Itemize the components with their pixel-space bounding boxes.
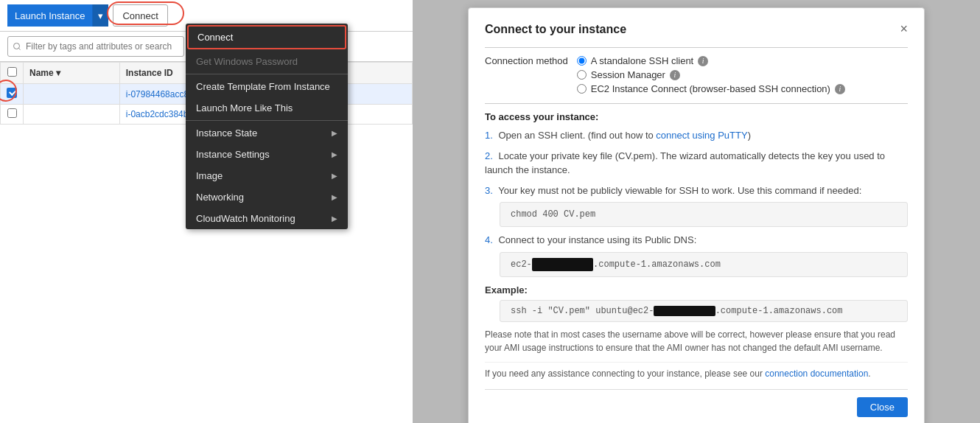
access-steps: 1. Open an SSH client. (find out how to …: [485, 128, 908, 277]
context-menu-image[interactable]: Image ▶: [186, 165, 348, 186]
context-menu-cloudwatch-label: CloudWatch Monitoring: [196, 213, 295, 224]
context-menu-launch-more[interactable]: Launch More Like This: [186, 97, 348, 119]
context-menu-instance-state[interactable]: Instance State ▶: [186, 122, 348, 144]
context-menu-get-windows-password: Get Windows Password: [186, 51, 348, 72]
context-menu-instance-state-label: Instance State: [196, 127, 257, 139]
submenu-arrow-icon: ▶: [332, 172, 337, 180]
step-1: 1. Open an SSH client. (find out how to …: [485, 128, 908, 143]
page-wrapper: Launch Instance ▾ Connect Name ▾: [0, 0, 980, 423]
step-4: 4. Connect to your instance using its Pu…: [485, 233, 908, 277]
radio-options: A standalone SSH client i Session Manage…: [577, 55, 845, 94]
example-label: Example:: [485, 284, 908, 296]
radio-session-manager[interactable]: Session Manager i: [577, 69, 845, 80]
connect-modal: Connect to your instance × Connection me…: [468, 7, 925, 423]
radio-ec2-connect[interactable]: EC2 Instance Connect (browser-based SSH …: [577, 83, 845, 94]
modal-close-button[interactable]: ×: [900, 21, 908, 37]
connection-docs-link[interactable]: connection documentation: [765, 368, 868, 379]
select-all-header[interactable]: [1, 63, 24, 84]
context-menu-connect-label: Connect: [197, 32, 233, 43]
context-menu-image-label: Image: [196, 170, 223, 181]
ec2-connect-info-icon[interactable]: i: [835, 84, 845, 94]
submenu-arrow-icon: ▶: [332, 214, 337, 223]
row-checkbox[interactable]: [7, 108, 17, 118]
context-menu-cloudwatch[interactable]: CloudWatch Monitoring ▶: [186, 208, 348, 229]
session-manager-info-icon[interactable]: i: [670, 70, 680, 80]
dns-command: ec2- .compute-1.amazonaws.com: [500, 252, 908, 277]
launch-instance-button[interactable]: Launch Instance: [7, 4, 92, 27]
modal-footer: Close: [485, 389, 908, 417]
filter-input[interactable]: [7, 36, 184, 57]
step-2: 2. Locate your private key file (CV.pem)…: [485, 149, 908, 178]
select-all-checkbox[interactable]: [7, 67, 17, 77]
modal-close-btn[interactable]: Close: [857, 397, 908, 417]
context-menu: Connect Get Windows Password Create Temp…: [186, 24, 348, 229]
connection-method-section: Connection method A standalone SSH clien…: [485, 55, 908, 94]
context-menu-sep2: [186, 120, 348, 121]
context-menu-networking-label: Networking: [196, 192, 244, 203]
putty-link[interactable]: connect using PuTTY: [656, 130, 747, 141]
ssh-example-command: ssh -i "CV.pem" ubuntu@ec2- .compute-1.a…: [500, 300, 908, 322]
right-panel: Connect to your instance × Connection me…: [413, 0, 980, 423]
radio-ssh-client[interactable]: A standalone SSH client i: [577, 55, 845, 66]
assistance-text: If you need any assistance connecting to…: [485, 362, 908, 379]
col-name: Name ▾: [24, 63, 120, 84]
dns-redacted: [532, 258, 593, 271]
context-menu-instance-settings[interactable]: Instance Settings ▶: [186, 144, 348, 165]
ssh-redacted: [654, 306, 715, 316]
launch-instance-dropdown[interactable]: ▾: [92, 4, 108, 27]
cell-name: [24, 105, 120, 125]
left-panel: Launch Instance ▾ Connect Name ▾: [0, 0, 413, 423]
context-menu-networking[interactable]: Networking ▶: [186, 186, 348, 208]
radio-ec2-connect-input[interactable]: [577, 84, 587, 94]
submenu-arrow-icon: ▶: [332, 150, 337, 158]
step-4-num: 4.: [485, 234, 493, 245]
modal-divider-mid: [485, 103, 908, 104]
connection-method-label: Connection method: [485, 55, 568, 66]
modal-title: Connect to your instance: [485, 23, 626, 36]
context-menu-launch-more-label: Launch More Like This: [196, 102, 293, 113]
context-menu-create-template[interactable]: Create Template From Instance: [186, 76, 348, 97]
cell-name: [24, 84, 120, 105]
row-checkbox-selected[interactable]: [7, 88, 17, 98]
submenu-arrow-icon: ▶: [332, 129, 337, 137]
connect-button[interactable]: Connect: [113, 4, 167, 27]
context-menu-create-template-label: Create Template From Instance: [196, 81, 330, 92]
radio-session-manager-label: Session Manager: [591, 69, 665, 80]
radio-ssh-client-input[interactable]: [577, 56, 587, 66]
chmod-command: chmod 400 CV.pem: [500, 202, 908, 227]
context-menu-get-windows-label: Get Windows Password: [196, 56, 298, 67]
note-text: Please note that in most cases the usern…: [485, 328, 908, 354]
modal-header: Connect to your instance ×: [485, 21, 908, 37]
radio-ec2-connect-label: EC2 Instance Connect (browser-based SSH …: [591, 83, 830, 94]
radio-ssh-client-label: A standalone SSH client: [591, 55, 693, 66]
context-menu-instance-settings-label: Instance Settings: [196, 149, 270, 160]
step-1-num: 1.: [485, 130, 493, 141]
ssh-info-icon[interactable]: i: [698, 56, 708, 66]
context-menu-connect[interactable]: Connect: [187, 25, 346, 49]
modal-divider-top: [485, 47, 908, 48]
step-2-num: 2.: [485, 150, 493, 161]
access-title: To access your instance:: [485, 111, 908, 122]
submenu-arrow-icon: ▶: [332, 193, 337, 201]
radio-session-manager-input[interactable]: [577, 70, 587, 80]
step-3-num: 3.: [485, 185, 493, 196]
step-3: 3. Your key must not be publicly viewabl…: [485, 183, 908, 228]
context-menu-sep1: [186, 74, 348, 74]
